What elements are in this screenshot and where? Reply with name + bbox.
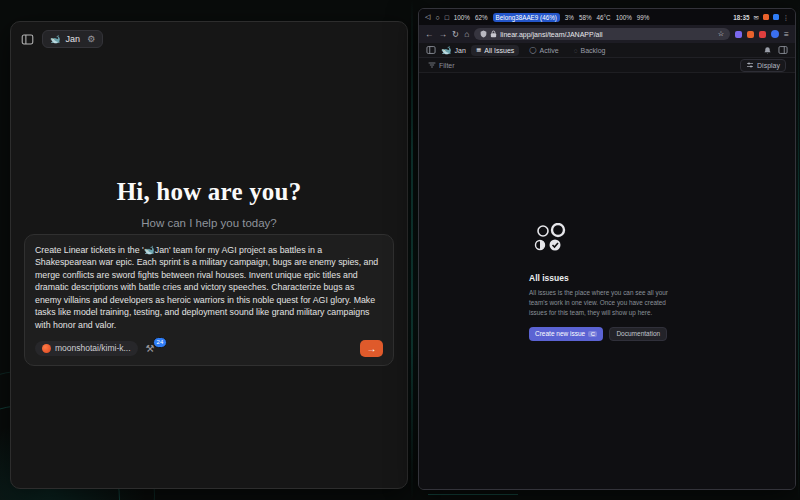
storage-level: 100% — [616, 14, 632, 21]
team-label: Jan — [66, 34, 81, 44]
battery-level: 99% — [637, 14, 650, 21]
jan-header: 🐋 Jan ⚙ — [11, 22, 407, 56]
system-status-bar: ◁ ○ □ 100% 62% Belong38AAE9 (46%) 3% 58%… — [419, 9, 795, 25]
linear-sidebar-toggle-icon[interactable] — [426, 45, 436, 55]
android-back-icon[interactable]: ◁ — [425, 13, 430, 21]
browser-toolbar: ← → ↻ ⌂ linear.app/jansi/team/JANAPP/all… — [419, 25, 795, 43]
whale-icon: 🐋 — [441, 45, 452, 55]
temperature: 46°C — [597, 14, 611, 21]
prompt-box[interactable]: Create Linear tickets in the '🐋Jan' team… — [24, 234, 394, 366]
wallpaper-accent — [798, 0, 800, 500]
notifications-bell-icon[interactable] — [763, 46, 772, 55]
shield-icon — [480, 30, 487, 39]
right-panel-toggle-icon[interactable] — [778, 45, 788, 55]
volume-level: 100% — [454, 14, 470, 21]
tab-label: All Issues — [484, 47, 514, 54]
greeting-subheading: How can I help you today? — [11, 217, 407, 229]
url-text: linear.app/jansi/team/JANAPP/all — [500, 31, 602, 38]
prompt-toolbar: moonshotai/kimi-k... ⚒ 24 → — [35, 338, 383, 358]
extension-icon-orange[interactable] — [747, 31, 754, 38]
all-issues-icon: ≣ — [476, 46, 481, 54]
empty-state-description: All issues is the place where you can se… — [529, 288, 679, 318]
empty-state-buttons: Create new issue C Documentation — [529, 327, 679, 341]
workspace-name: Jan — [455, 47, 466, 54]
team-selector[interactable]: 🐋 Jan ⚙ — [42, 30, 103, 48]
desktop: 🐋 Jan ⚙ Hi, how are you? How can I help … — [0, 0, 800, 500]
display-button[interactable]: Display — [740, 59, 786, 72]
tabbar-right — [763, 45, 788, 55]
wallpaper-accent — [411, 0, 413, 500]
arrow-right-icon: → — [367, 343, 377, 354]
browser-menu-icon[interactable]: ≡ — [784, 29, 789, 39]
model-name: moonshotai/kimi-k... — [55, 343, 131, 353]
battery-level-small: 62% — [475, 14, 488, 21]
model-selector[interactable]: moonshotai/kimi-k... — [35, 341, 138, 356]
overflow-menu-icon[interactable]: ⋮ — [783, 14, 789, 21]
tools-button[interactable]: ⚒ 24 — [146, 343, 155, 354]
active-circle-icon: ◯ — [529, 46, 536, 54]
extension-icon-purple[interactable] — [735, 31, 742, 38]
linear-tab-bar: 🐋 Jan ≣ All Issues ◯ Active ◌ Backlog — [419, 43, 795, 58]
tab-backlog[interactable]: ◌ Backlog — [569, 45, 611, 55]
tab-all-issues[interactable]: ≣ All Issues — [471, 45, 519, 56]
tab-label: Active — [540, 47, 559, 54]
jan-app-window: 🐋 Jan ⚙ Hi, how are you? How can I help … — [10, 21, 408, 489]
filter-button[interactable]: Filter — [428, 61, 455, 70]
display-label: Display — [757, 62, 780, 69]
home-icon[interactable]: ⌂ — [464, 29, 469, 39]
forward-icon[interactable]: → — [439, 29, 448, 39]
filter-icon — [428, 61, 436, 70]
greeting-block: Hi, how are you? How can I help you toda… — [11, 178, 407, 229]
model-provider-icon — [42, 344, 51, 353]
browser-window: ◁ ○ □ 100% 62% Belong38AAE9 (46%) 3% 58%… — [418, 8, 796, 490]
android-home-icon[interactable]: ○ — [435, 14, 439, 21]
create-issue-label: Create new issue — [535, 330, 585, 337]
android-recents-icon[interactable]: □ — [445, 14, 449, 21]
app-icon-orange[interactable] — [763, 14, 769, 20]
gear-icon[interactable]: ⚙ — [87, 34, 95, 44]
greeting-heading: Hi, how are you? — [11, 178, 407, 206]
empty-state: All issues All issues is the place where… — [529, 223, 679, 341]
empty-state-title: All issues — [529, 273, 679, 283]
send-button[interactable]: → — [360, 340, 383, 357]
cpu-usage: 3% — [565, 14, 574, 21]
documentation-button[interactable]: Documentation — [609, 327, 667, 341]
address-bar[interactable]: linear.app/jansi/team/JANAPP/all ☆ — [474, 28, 730, 40]
wifi-network-badge: Belong38AAE9 (46%) — [493, 13, 560, 22]
wallpaper-accent — [428, 494, 518, 496]
create-new-issue-button[interactable]: Create new issue C — [529, 327, 603, 341]
linear-filter-bar: Filter Display — [419, 58, 795, 73]
workspace-label[interactable]: 🐋 Jan — [441, 45, 466, 55]
filter-label: Filter — [439, 62, 455, 69]
display-sliders-icon — [746, 61, 754, 70]
bookmark-star-icon[interactable]: ☆ — [718, 30, 724, 38]
tools-count-badge: 24 — [153, 337, 168, 348]
prompt-input[interactable]: Create Linear tickets in the '🐋Jan' team… — [35, 244, 383, 331]
app-icon-blue[interactable] — [773, 14, 779, 20]
backlog-dashed-circle-icon: ◌ — [574, 47, 578, 54]
linear-main-area: All issues All issues is the place where… — [419, 73, 795, 489]
lock-icon — [490, 30, 497, 39]
issue-status-illustration — [531, 223, 679, 256]
extension-icon-red[interactable] — [759, 31, 766, 38]
shortcut-badge: C — [588, 331, 597, 337]
whale-icon: 🐋 — [50, 34, 61, 44]
refresh-icon[interactable]: ↻ — [452, 29, 459, 39]
statusbar-right: 18:35 ✉ ⋮ — [733, 14, 789, 21]
profile-avatar[interactable] — [771, 30, 779, 38]
tab-label: Backlog — [581, 47, 606, 54]
clock: 18:35 — [733, 14, 749, 21]
back-icon[interactable]: ← — [425, 29, 434, 39]
sidebar-toggle-icon[interactable] — [21, 33, 34, 46]
tab-active[interactable]: ◯ Active — [524, 45, 563, 56]
mail-icon: ✉ — [753, 14, 758, 21]
memory-usage: 58% — [579, 14, 592, 21]
